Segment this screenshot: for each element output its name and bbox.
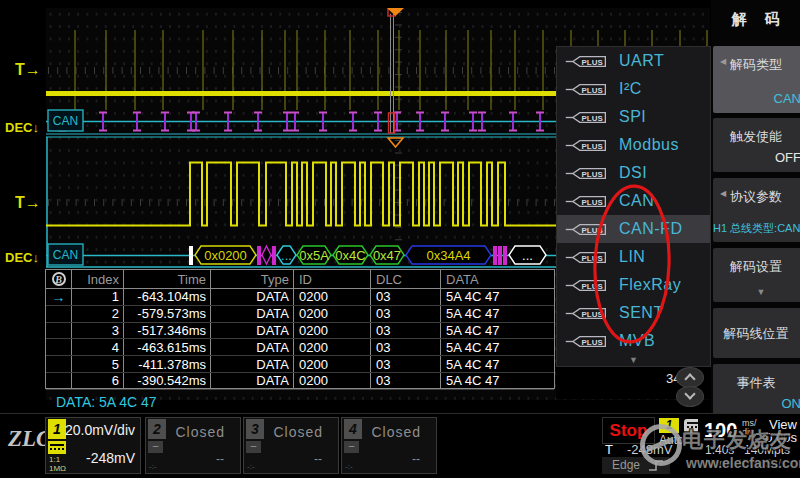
table-scroll-down-button[interactable]: [676, 386, 704, 407]
bus-b-icon: B: [46, 270, 72, 288]
svg-text:CAN: CAN: [53, 248, 78, 262]
panel-title: 解 码: [711, 10, 800, 29]
plus-tag-icon: PLUS: [564, 82, 608, 97]
sample-rate: 100MSa/s: [737, 457, 787, 469]
panel-item-event-table[interactable]: 事件表 ON: [713, 364, 800, 418]
svg-text:PLUS: PLUS: [582, 141, 603, 150]
table-row[interactable]: 4-463.615msDATA0200035A 4C 47: [46, 339, 554, 356]
menu-item-sent[interactable]: PLUSSENT: [557, 299, 710, 327]
table-row[interactable]: 2-579.573msDATA0200035A 4C 47: [46, 306, 554, 323]
decode-bus2-marker[interactable]: DEC↓: [5, 250, 39, 265]
decode-menu-items: PLUSUARTPLUSI²CPLUSSPIPLUSModbusPLUSDSIP…: [557, 47, 710, 355]
svg-text:0x34A4: 0x34A4: [426, 248, 470, 263]
svg-text:PLUS: PLUS: [582, 169, 603, 178]
menu-more-arrow-icon[interactable]: ▼: [557, 355, 710, 365]
table-row[interactable]: 6-390.542msDATA0200035A 4C 47: [46, 373, 554, 390]
plus-tag-icon: PLUS: [564, 222, 608, 237]
svg-text:PLUS: PLUS: [582, 225, 603, 234]
panel-item-protocol-params[interactable]: ◀ 协议参数 H1 总线类型:CAN: [713, 178, 800, 242]
selected-row-arrow-icon: →: [52, 290, 66, 304]
event-detail-line: DATA: 5A 4C 47: [56, 394, 157, 410]
plus-tag-icon: PLUS: [564, 166, 608, 181]
svg-text:PLUS: PLUS: [582, 309, 603, 318]
timebase-box[interactable]: 100 ms/div: [698, 416, 760, 446]
table-row[interactable]: →1-643.104msDATA0200035A 4C 47: [46, 289, 554, 306]
event-table[interactable]: BIndexTimeTypeIDDLCDATA→1-643.104msDATA0…: [45, 269, 555, 389]
channel-off-icon: –: [344, 441, 359, 453]
svg-text:PLUS: PLUS: [582, 85, 603, 94]
svg-text:PLUS: PLUS: [582, 197, 603, 206]
channel-3-block[interactable]: 3Closed–---:-: [243, 417, 339, 474]
svg-text:0x0200: 0x0200: [204, 248, 247, 263]
menu-item-spi[interactable]: PLUSSPI: [557, 103, 710, 131]
trigger-level-marker-2[interactable]: T→: [15, 194, 41, 212]
channel-4-block[interactable]: 4Closed–---:-: [341, 417, 437, 474]
edge-slope-icon: [648, 458, 664, 473]
status-bar: ZLG® 120.0mV/div-248mV1:11MΩ2Closed–---:…: [0, 413, 800, 478]
left-arrow-icon: ◀: [720, 57, 726, 66]
table-scroll-up-button[interactable]: [676, 367, 704, 388]
trigger-source-badge[interactable]: 1: [659, 418, 679, 433]
channel-off-icon: –: [148, 441, 163, 453]
channel-1-block[interactable]: 120.0mV/div-248mV1:11MΩ: [45, 417, 141, 474]
view-offset-value: 0.00s: [765, 430, 797, 445]
dc-coupling-icon: [48, 441, 66, 454]
trigger-level-value: -248mV: [627, 442, 673, 457]
panel-item-decode-type[interactable]: ◀ 解码类型 CAN: [713, 46, 800, 113]
horizontal-position: 1.40s: [705, 443, 734, 457]
panel-item-decode-line-position[interactable]: 解码线位置: [713, 308, 800, 358]
left-arrow-icon: ◀: [720, 189, 726, 198]
menu-item-dsi[interactable]: PLUSDSI: [557, 159, 710, 187]
menu-item-can[interactable]: PLUSCAN: [557, 187, 710, 215]
trigger-label: T: [605, 442, 613, 457]
down-arrow-icon: ▼: [713, 287, 800, 297]
panel-item-decode-settings[interactable]: 解码设置 ▼: [713, 248, 800, 302]
plus-tag-icon: PLUS: [564, 278, 608, 293]
acquisition-mode: Norm: [705, 457, 732, 469]
run-state-indicator[interactable]: Stop: [602, 417, 655, 444]
memory-depth: 140Mpts: [744, 443, 790, 457]
channel-off-icon: –: [246, 441, 261, 453]
svg-text:PLUS: PLUS: [582, 57, 603, 66]
oscilloscope-screen: T→ DEC↓ T→ DEC↓ 0x0200...0x5A0x4C0x470x3…: [0, 0, 800, 478]
menu-item-uart[interactable]: PLUSUART: [557, 47, 710, 75]
channel-2-block[interactable]: 2Closed–---:-: [145, 417, 241, 474]
trigger-type-box[interactable]: Edge: [602, 457, 670, 474]
svg-text:0x47: 0x47: [373, 248, 401, 263]
table-row[interactable]: 3-517.346msDATA0200035A 4C 47: [46, 323, 554, 340]
menu-item-modbus[interactable]: PLUSModbus: [557, 131, 710, 159]
svg-text:PLUS: PLUS: [582, 113, 603, 122]
svg-text:0x4C: 0x4C: [335, 248, 365, 263]
table-row[interactable]: 5-411.378msDATA0200035A 4C 47: [46, 356, 554, 373]
menu-item-lin[interactable]: PLUSLIN: [557, 243, 710, 271]
plus-tag-icon: PLUS: [564, 306, 608, 321]
svg-text:...: ...: [522, 248, 533, 263]
svg-text:...: ...: [281, 248, 292, 263]
softkey-panel: 解 码 ◀ 解码类型 CAN 触发使能 OFF ◀ 协议参数 H1 总线类型:C…: [711, 0, 800, 478]
menu-item-flexray[interactable]: PLUSFlexRay: [557, 271, 710, 299]
chevron-up-icon: [684, 373, 695, 384]
plus-tag-icon: PLUS: [564, 54, 608, 69]
svg-text:PLUS: PLUS: [582, 337, 603, 346]
plus-tag-icon: PLUS: [564, 194, 608, 209]
chevron-down-icon: [684, 388, 695, 399]
menu-item-i-c[interactable]: PLUSI²C: [557, 75, 710, 103]
table-header-row: BIndexTimeTypeIDDLCDATA: [46, 270, 554, 289]
decode-type-menu: PLUSUARTPLUSI²CPLUSSPIPLUSModbusPLUSDSIP…: [556, 46, 711, 367]
panel-item-trigger-enable[interactable]: 触发使能 OFF: [713, 118, 800, 172]
svg-text:0x5A: 0x5A: [299, 248, 329, 263]
plus-tag-icon: PLUS: [564, 334, 608, 349]
svg-text:CAN: CAN: [53, 114, 78, 128]
decode-bus1-marker[interactable]: DEC↓: [5, 120, 39, 135]
plus-tag-icon: PLUS: [564, 138, 608, 153]
menu-item-mvb[interactable]: PLUSMVB: [557, 327, 710, 355]
menu-item-can-fd[interactable]: PLUSCAN-FD: [557, 215, 710, 243]
plus-tag-icon: PLUS: [564, 250, 608, 265]
svg-text:PLUS: PLUS: [582, 281, 603, 290]
trigger-level-marker-1[interactable]: T→: [15, 61, 41, 79]
plus-tag-icon: PLUS: [564, 110, 608, 125]
svg-text:PLUS: PLUS: [582, 253, 603, 262]
